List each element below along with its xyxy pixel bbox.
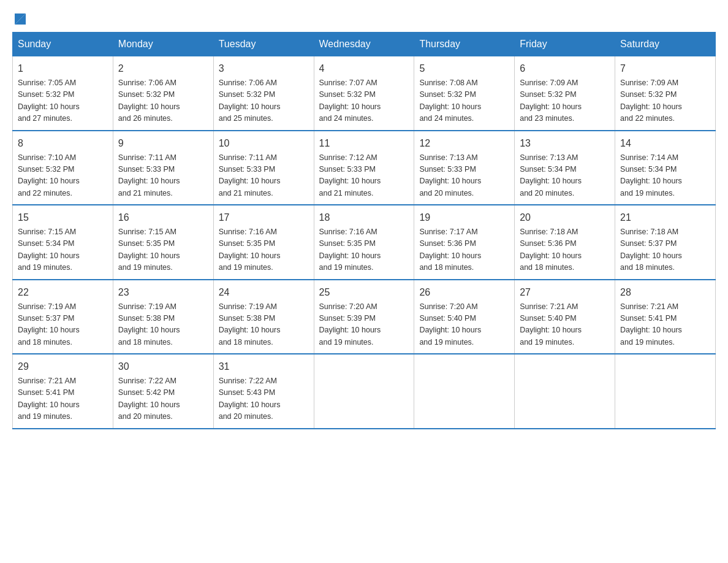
calendar-cell: 31Sunrise: 7:22 AMSunset: 5:43 PMDayligh… bbox=[213, 354, 314, 429]
calendar-cell bbox=[314, 354, 414, 429]
day-number: 19 bbox=[419, 210, 509, 225]
day-number: 26 bbox=[419, 285, 509, 300]
calendar-cell: 25Sunrise: 7:20 AMSunset: 5:39 PMDayligh… bbox=[314, 280, 414, 354]
day-number: 7 bbox=[620, 61, 710, 76]
day-info: Sunrise: 7:22 AMSunset: 5:43 PMDaylight:… bbox=[219, 375, 309, 423]
day-number: 25 bbox=[319, 285, 409, 300]
day-number: 29 bbox=[18, 359, 108, 374]
day-number: 14 bbox=[620, 136, 710, 151]
calendar-cell: 1Sunrise: 7:05 AMSunset: 5:32 PMDaylight… bbox=[13, 56, 113, 131]
logo bbox=[12, 12, 26, 20]
day-info: Sunrise: 7:21 AMSunset: 5:41 PMDaylight:… bbox=[18, 375, 108, 423]
day-info: Sunrise: 7:08 AMSunset: 5:32 PMDaylight:… bbox=[419, 77, 509, 125]
calendar-cell: 4Sunrise: 7:07 AMSunset: 5:32 PMDaylight… bbox=[314, 56, 414, 131]
day-number: 20 bbox=[520, 210, 610, 225]
calendar-cell: 9Sunrise: 7:11 AMSunset: 5:33 PMDaylight… bbox=[113, 131, 213, 205]
day-number: 30 bbox=[118, 359, 208, 374]
calendar-cell: 24Sunrise: 7:19 AMSunset: 5:38 PMDayligh… bbox=[213, 280, 314, 354]
calendar-week-row: 8Sunrise: 7:10 AMSunset: 5:32 PMDaylight… bbox=[13, 131, 716, 205]
day-number: 8 bbox=[18, 136, 108, 151]
day-number: 24 bbox=[219, 285, 309, 300]
calendar-cell: 20Sunrise: 7:18 AMSunset: 5:36 PMDayligh… bbox=[515, 205, 615, 280]
calendar-cell: 3Sunrise: 7:06 AMSunset: 5:32 PMDaylight… bbox=[213, 56, 314, 131]
day-info: Sunrise: 7:12 AMSunset: 5:33 PMDaylight:… bbox=[319, 152, 409, 200]
day-number: 16 bbox=[118, 210, 208, 225]
calendar-week-row: 15Sunrise: 7:15 AMSunset: 5:34 PMDayligh… bbox=[13, 205, 716, 280]
calendar-cell: 15Sunrise: 7:15 AMSunset: 5:34 PMDayligh… bbox=[13, 205, 113, 280]
day-number: 17 bbox=[219, 210, 309, 225]
day-number: 15 bbox=[18, 210, 108, 225]
day-info: Sunrise: 7:06 AMSunset: 5:32 PMDaylight:… bbox=[219, 77, 309, 125]
day-info: Sunrise: 7:14 AMSunset: 5:34 PMDaylight:… bbox=[620, 152, 710, 200]
calendar-cell: 7Sunrise: 7:09 AMSunset: 5:32 PMDaylight… bbox=[615, 56, 716, 131]
day-info: Sunrise: 7:20 AMSunset: 5:39 PMDaylight:… bbox=[319, 301, 409, 349]
calendar-cell bbox=[615, 354, 716, 429]
calendar-cell: 30Sunrise: 7:22 AMSunset: 5:42 PMDayligh… bbox=[113, 354, 213, 429]
day-number: 12 bbox=[419, 136, 509, 151]
day-info: Sunrise: 7:20 AMSunset: 5:40 PMDaylight:… bbox=[419, 301, 509, 349]
calendar-cell: 5Sunrise: 7:08 AMSunset: 5:32 PMDaylight… bbox=[414, 56, 515, 131]
day-info: Sunrise: 7:19 AMSunset: 5:38 PMDaylight:… bbox=[219, 301, 309, 349]
day-info: Sunrise: 7:15 AMSunset: 5:34 PMDaylight:… bbox=[18, 226, 108, 274]
calendar-cell bbox=[515, 354, 615, 429]
calendar-cell: 19Sunrise: 7:17 AMSunset: 5:36 PMDayligh… bbox=[414, 205, 515, 280]
calendar-cell: 12Sunrise: 7:13 AMSunset: 5:33 PMDayligh… bbox=[414, 131, 515, 205]
day-info: Sunrise: 7:13 AMSunset: 5:34 PMDaylight:… bbox=[520, 152, 610, 200]
day-info: Sunrise: 7:21 AMSunset: 5:41 PMDaylight:… bbox=[620, 301, 710, 349]
calendar-week-row: 22Sunrise: 7:19 AMSunset: 5:37 PMDayligh… bbox=[13, 280, 716, 354]
day-info: Sunrise: 7:06 AMSunset: 5:32 PMDaylight:… bbox=[118, 77, 208, 125]
calendar-cell: 27Sunrise: 7:21 AMSunset: 5:40 PMDayligh… bbox=[515, 280, 615, 354]
calendar-cell: 2Sunrise: 7:06 AMSunset: 5:32 PMDaylight… bbox=[113, 56, 213, 131]
day-info: Sunrise: 7:10 AMSunset: 5:32 PMDaylight:… bbox=[18, 152, 108, 200]
calendar-cell: 8Sunrise: 7:10 AMSunset: 5:32 PMDaylight… bbox=[13, 131, 113, 205]
calendar-cell: 18Sunrise: 7:16 AMSunset: 5:35 PMDayligh… bbox=[314, 205, 414, 280]
calendar-cell: 14Sunrise: 7:14 AMSunset: 5:34 PMDayligh… bbox=[615, 131, 716, 205]
calendar-cell: 23Sunrise: 7:19 AMSunset: 5:38 PMDayligh… bbox=[113, 280, 213, 354]
day-number: 22 bbox=[18, 285, 108, 300]
header-tuesday: Tuesday bbox=[213, 33, 314, 56]
calendar-cell: 28Sunrise: 7:21 AMSunset: 5:41 PMDayligh… bbox=[615, 280, 716, 354]
day-number: 28 bbox=[620, 285, 710, 300]
day-number: 23 bbox=[118, 285, 208, 300]
day-number: 2 bbox=[118, 61, 208, 76]
day-info: Sunrise: 7:11 AMSunset: 5:33 PMDaylight:… bbox=[118, 152, 208, 200]
calendar-cell: 6Sunrise: 7:09 AMSunset: 5:32 PMDaylight… bbox=[515, 56, 615, 131]
calendar-cell: 26Sunrise: 7:20 AMSunset: 5:40 PMDayligh… bbox=[414, 280, 515, 354]
day-number: 11 bbox=[319, 136, 409, 151]
day-info: Sunrise: 7:22 AMSunset: 5:42 PMDaylight:… bbox=[118, 375, 208, 423]
calendar-cell: 10Sunrise: 7:11 AMSunset: 5:33 PMDayligh… bbox=[213, 131, 314, 205]
calendar-cell: 22Sunrise: 7:19 AMSunset: 5:37 PMDayligh… bbox=[13, 280, 113, 354]
day-info: Sunrise: 7:16 AMSunset: 5:35 PMDaylight:… bbox=[219, 226, 309, 274]
header-sunday: Sunday bbox=[13, 33, 113, 56]
calendar-week-row: 29Sunrise: 7:21 AMSunset: 5:41 PMDayligh… bbox=[13, 354, 716, 429]
day-number: 4 bbox=[319, 61, 409, 76]
day-number: 10 bbox=[219, 136, 309, 151]
day-info: Sunrise: 7:18 AMSunset: 5:37 PMDaylight:… bbox=[620, 226, 710, 274]
calendar-cell: 11Sunrise: 7:12 AMSunset: 5:33 PMDayligh… bbox=[314, 131, 414, 205]
header-thursday: Thursday bbox=[414, 33, 515, 56]
day-info: Sunrise: 7:19 AMSunset: 5:37 PMDaylight:… bbox=[18, 301, 108, 349]
calendar-cell: 13Sunrise: 7:13 AMSunset: 5:34 PMDayligh… bbox=[515, 131, 615, 205]
calendar-cell: 16Sunrise: 7:15 AMSunset: 5:35 PMDayligh… bbox=[113, 205, 213, 280]
header-saturday: Saturday bbox=[615, 33, 716, 56]
calendar-cell: 21Sunrise: 7:18 AMSunset: 5:37 PMDayligh… bbox=[615, 205, 716, 280]
day-number: 27 bbox=[520, 285, 610, 300]
day-number: 18 bbox=[319, 210, 409, 225]
day-number: 1 bbox=[18, 61, 108, 76]
calendar-header-row: SundayMondayTuesdayWednesdayThursdayFrid… bbox=[13, 33, 716, 56]
header-wednesday: Wednesday bbox=[314, 33, 414, 56]
day-info: Sunrise: 7:17 AMSunset: 5:36 PMDaylight:… bbox=[419, 226, 509, 274]
header-friday: Friday bbox=[515, 33, 615, 56]
calendar-week-row: 1Sunrise: 7:05 AMSunset: 5:32 PMDaylight… bbox=[13, 56, 716, 131]
day-info: Sunrise: 7:21 AMSunset: 5:40 PMDaylight:… bbox=[520, 301, 610, 349]
calendar-table: SundayMondayTuesdayWednesdayThursdayFrid… bbox=[12, 32, 716, 429]
day-number: 21 bbox=[620, 210, 710, 225]
header-monday: Monday bbox=[113, 33, 213, 56]
day-info: Sunrise: 7:05 AMSunset: 5:32 PMDaylight:… bbox=[18, 77, 108, 125]
day-info: Sunrise: 7:16 AMSunset: 5:35 PMDaylight:… bbox=[319, 226, 409, 274]
day-info: Sunrise: 7:07 AMSunset: 5:32 PMDaylight:… bbox=[319, 77, 409, 125]
day-number: 5 bbox=[419, 61, 509, 76]
calendar-cell: 17Sunrise: 7:16 AMSunset: 5:35 PMDayligh… bbox=[213, 205, 314, 280]
day-info: Sunrise: 7:15 AMSunset: 5:35 PMDaylight:… bbox=[118, 226, 208, 274]
day-number: 9 bbox=[118, 136, 208, 151]
